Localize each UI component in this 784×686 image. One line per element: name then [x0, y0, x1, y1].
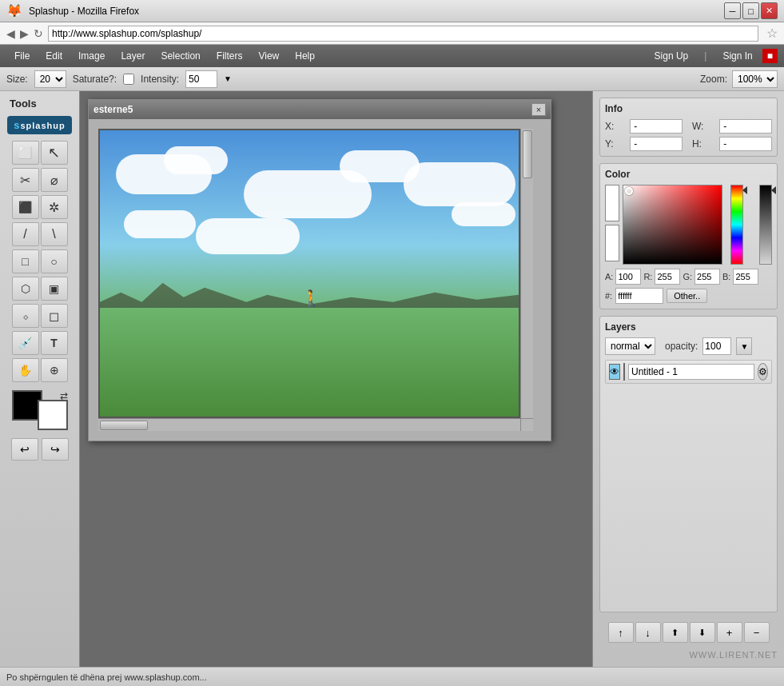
paint-bucket-tool[interactable]: ⬦ — [12, 304, 39, 328]
a-label: A: — [605, 272, 613, 281]
polygon-tool[interactable]: ⬡ — [12, 277, 39, 301]
text-tool[interactable]: T — [41, 331, 68, 355]
menu-filters[interactable]: Filters — [209, 47, 251, 65]
menu-selection[interactable]: Selection — [153, 47, 208, 65]
maximize-button[interactable]: □ — [742, 2, 759, 19]
main-area: Tools ssplashup ⬜ ↖ ✂ ⌀ ⬛ ✲ / \ □ ○ ⬡ ▣ — [0, 91, 784, 667]
tool-row-8: 💉 T — [12, 331, 68, 355]
canvas-close-button[interactable]: × — [531, 103, 546, 116]
y-value: - — [630, 137, 683, 151]
redo-button[interactable]: ↪ — [42, 438, 69, 461]
canvas-title: esterne5 — [94, 104, 133, 115]
layer-visibility-toggle[interactable]: 👁 — [609, 364, 620, 380]
menu-file[interactable]: File — [6, 47, 38, 65]
reload-icon[interactable]: ↻ — [34, 27, 43, 40]
layer-merge-down-button[interactable]: ⬇ — [690, 622, 715, 643]
intensity-arrow[interactable]: ▼ — [224, 74, 232, 83]
layer-name-input[interactable] — [628, 364, 754, 380]
layer-move-up-button[interactable]: ↑ — [608, 622, 634, 643]
magic-wand-tool[interactable]: ✲ — [41, 195, 68, 219]
hand-tool[interactable]: ✋ — [12, 358, 39, 382]
ellipse-tool[interactable]: ○ — [41, 249, 68, 273]
minimize-button[interactable]: ─ — [724, 2, 741, 19]
alpha-input[interactable] — [615, 269, 641, 285]
layer-move-down-button[interactable]: ↓ — [635, 622, 661, 643]
select-all-tool[interactable]: ⬛ — [12, 195, 39, 219]
h-label: H: — [692, 138, 716, 150]
undo-button[interactable]: ↩ — [11, 438, 38, 461]
layers-section: Layers normal opacity: ▼ 👁 ⚙ — [599, 316, 778, 612]
eraser-tool[interactable]: ◻ — [41, 304, 68, 328]
eyedropper-tool[interactable]: 💉 — [12, 331, 39, 355]
pencil-tool[interactable]: / — [12, 222, 39, 246]
shadow-tool[interactable]: ▣ — [41, 277, 68, 301]
back-icon[interactable]: ◀ — [6, 27, 15, 40]
rect-shape-tool[interactable]: □ — [12, 249, 39, 273]
layer-delete-button[interactable]: − — [744, 622, 770, 643]
layer-settings-button[interactable]: ⚙ — [758, 363, 768, 381]
opacity-dropdown[interactable]: ▼ — [736, 337, 752, 355]
menu-layer[interactable]: Layer — [113, 47, 153, 65]
red-input[interactable] — [655, 269, 680, 285]
color-gradient-picker[interactable] — [623, 185, 722, 265]
select-rect-tool[interactable]: ⬜ — [12, 141, 39, 165]
color-picker-row — [605, 185, 772, 265]
opacity-input[interactable] — [702, 337, 731, 355]
blue-input[interactable] — [733, 269, 758, 285]
scrollbar-thumb-vertical[interactable] — [523, 130, 532, 178]
canvas-bottom-row — [98, 418, 533, 431]
menu-edit[interactable]: Edit — [38, 47, 70, 65]
bookmark-icon[interactable]: ☆ — [766, 26, 778, 41]
menu-help[interactable]: Help — [287, 47, 323, 65]
menu-image[interactable]: Image — [70, 47, 113, 65]
foreground-color-swatch[interactable] — [38, 400, 68, 430]
intensity-label: Intensity: — [141, 74, 179, 85]
x-label: X: — [605, 121, 627, 132]
alpha-bar[interactable] — [759, 185, 772, 265]
scrollbar-corner — [520, 418, 533, 431]
sign-in-button[interactable]: ■ — [762, 49, 778, 63]
forward-icon[interactable]: ▶ — [20, 27, 29, 40]
move-tool[interactable]: ↖ — [41, 141, 68, 165]
color-section: Color — [599, 163, 778, 309]
close-button[interactable]: ✕ — [761, 2, 778, 19]
brush-tool[interactable]: \ — [41, 222, 68, 246]
browser-title: Splashup - Mozilla Firefox — [29, 6, 139, 17]
sign-in-link[interactable]: Sign In — [716, 49, 758, 63]
crop-tool[interactable]: ✂ — [12, 168, 39, 192]
alpha-bar-wrap — [753, 185, 772, 265]
lasso-tool[interactable]: ⌀ — [41, 168, 68, 192]
layer-add-button[interactable]: + — [717, 622, 742, 643]
clone-tool[interactable]: ⊕ — [41, 358, 68, 382]
canvas-image[interactable]: 🚶 — [98, 129, 520, 418]
tool-row-2: ✂ ⌀ — [12, 168, 68, 192]
menu-right: Sign Up | Sign In ■ — [648, 49, 778, 63]
layer-row: 👁 ⚙ — [605, 360, 772, 384]
canvas-scrollbar-vertical[interactable] — [520, 129, 533, 418]
color-preview-top[interactable] — [605, 185, 619, 221]
spectrum-bar[interactable] — [730, 185, 743, 265]
green-input[interactable] — [694, 269, 720, 285]
size-select[interactable]: 20 — [34, 70, 66, 88]
intensity-input[interactable] — [185, 70, 217, 88]
blend-mode-select[interactable]: normal — [605, 337, 655, 355]
zoom-select[interactable]: 100% — [732, 70, 778, 88]
w-value: - — [719, 119, 772, 134]
b-label: B: — [722, 272, 730, 281]
canvas-area: esterne5 × — [80, 91, 592, 667]
w-label: W: — [692, 121, 716, 132]
other-button[interactable]: Other.. — [667, 289, 707, 303]
spectrum-arrow — [742, 186, 747, 194]
app-toolbar: Size: 20 Saturate?: Intensity: ▼ Zoom: 1… — [0, 67, 784, 91]
menu-view[interactable]: View — [250, 47, 287, 65]
layer-merge-up-button[interactable]: ⬆ — [663, 622, 688, 643]
sign-up-link[interactable]: Sign Up — [648, 49, 695, 63]
color-preview-bottom[interactable] — [605, 225, 619, 261]
hex-input[interactable] — [615, 288, 663, 304]
h-value: - — [719, 137, 772, 151]
address-input[interactable] — [48, 26, 758, 42]
layer-thumbnail — [623, 363, 625, 381]
canvas-scrollbar-horizontal[interactable] — [98, 418, 520, 431]
scrollbar-thumb-horizontal[interactable] — [100, 421, 148, 430]
saturate-checkbox[interactable] — [123, 74, 134, 85]
